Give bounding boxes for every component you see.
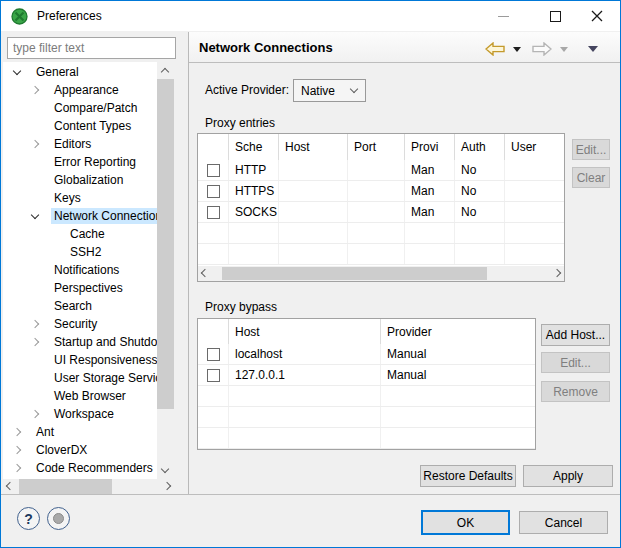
- tree-item-perspectives[interactable]: Perspectives: [3, 279, 157, 297]
- tree-item-ant[interactable]: Ant: [3, 423, 157, 441]
- proxy-bypass-remove-button[interactable]: Remove: [541, 381, 610, 402]
- cancel-button[interactable]: Cancel: [519, 511, 608, 534]
- tree-horizontal-scrollbar[interactable]: [3, 479, 174, 494]
- tree-vertical-scrollbar[interactable]: [157, 62, 174, 479]
- table-row[interactable]: HTTP Man No: [198, 160, 564, 181]
- proxy-entries-edit-button[interactable]: Edit...: [572, 139, 610, 160]
- table-row[interactable]: SOCKS Man No: [198, 202, 564, 223]
- menu-icon: [588, 46, 598, 52]
- scroll-right-icon[interactable]: [163, 482, 171, 490]
- maximize-icon: [550, 11, 561, 22]
- tree-item-appearance[interactable]: Appearance: [3, 81, 157, 99]
- active-provider-label: Active Provider:: [205, 83, 289, 97]
- restore-defaults-button[interactable]: Restore Defaults: [420, 465, 516, 487]
- proxy-entries-clear-button[interactable]: Clear: [572, 167, 610, 188]
- row-checkbox[interactable]: [207, 206, 220, 219]
- tree-item-cloverdx[interactable]: CloverDX: [3, 441, 157, 459]
- column-header-port[interactable]: Port: [348, 134, 405, 160]
- chevron-right-icon[interactable]: [31, 140, 39, 148]
- chevron-right-icon[interactable]: [31, 86, 39, 94]
- tree-item-general[interactable]: General: [3, 63, 157, 81]
- scrollbar-thumb[interactable]: [19, 479, 112, 494]
- table-row[interactable]: HTTPS Man No: [198, 181, 564, 202]
- tree-item-ssh2[interactable]: SSH2: [3, 243, 157, 261]
- chevron-right-icon[interactable]: [31, 410, 39, 418]
- tree-item-keys[interactable]: Keys: [3, 189, 157, 207]
- close-button[interactable]: [577, 1, 617, 31]
- back-menu-button[interactable]: [513, 47, 521, 52]
- tree-item-startup-shutdown[interactable]: Startup and Shutdown: [3, 333, 157, 351]
- tree-item-content-types[interactable]: Content Types: [3, 117, 157, 135]
- scroll-left-icon[interactable]: [201, 269, 209, 277]
- help-button[interactable]: ?: [17, 507, 40, 530]
- column-header-auth[interactable]: Auth: [455, 134, 505, 160]
- scroll-up-icon[interactable]: [161, 68, 169, 76]
- minimize-icon: [498, 16, 509, 17]
- tree-item-security[interactable]: Security: [3, 315, 157, 333]
- chevron-down-icon[interactable]: [31, 210, 39, 218]
- scroll-right-icon[interactable]: [553, 269, 561, 277]
- table-row[interactable]: localhost Manual: [198, 344, 535, 365]
- panel-divider[interactable]: [188, 32, 189, 494]
- scroll-down-icon[interactable]: [161, 465, 169, 473]
- header-checkbox-column: [198, 134, 229, 160]
- proxy-entries-header: Sche Host Port Provi Auth User: [198, 134, 564, 160]
- scrollbar-thumb[interactable]: [157, 79, 174, 409]
- proxy-bypass-table: Host Provider localhost Manual 127.0.0.1…: [197, 318, 536, 450]
- empty-row: [198, 428, 535, 449]
- chevron-right-icon[interactable]: [31, 320, 39, 328]
- minimize-button[interactable]: [483, 1, 523, 31]
- row-checkbox[interactable]: [207, 164, 220, 177]
- ok-button[interactable]: OK: [421, 510, 510, 535]
- back-button[interactable]: [485, 42, 505, 56]
- row-checkbox[interactable]: [207, 185, 220, 198]
- tree-item-editors[interactable]: Editors: [3, 135, 157, 153]
- help-icon: ?: [24, 511, 33, 527]
- proxy-entries-label: Proxy entries: [205, 116, 275, 130]
- tree-item-workspace[interactable]: Workspace: [3, 405, 157, 423]
- chevron-down-icon[interactable]: [13, 66, 21, 74]
- tree-item-code-recommenders[interactable]: Code Recommenders: [3, 459, 157, 477]
- forward-button[interactable]: [532, 42, 552, 56]
- column-header-schema[interactable]: Sche: [229, 134, 279, 160]
- scrollbar-thumb[interactable]: [222, 267, 487, 280]
- tree-item-search[interactable]: Search: [3, 297, 157, 315]
- filter-input[interactable]: [7, 37, 176, 59]
- forward-menu-button[interactable]: [560, 47, 568, 52]
- tree-item-web-browser[interactable]: Web Browser: [3, 387, 157, 405]
- dropdown-icon: [560, 47, 568, 52]
- column-header-user[interactable]: User: [505, 134, 564, 160]
- apply-button[interactable]: Apply: [523, 465, 613, 487]
- proxy-entries-table: Sche Host Port Provi Auth User HTTP Man …: [197, 133, 565, 282]
- table-row[interactable]: 127.0.0.1 Manual: [198, 365, 535, 386]
- back-arrow-icon: [485, 42, 505, 56]
- row-checkbox[interactable]: [207, 348, 220, 361]
- chevron-right-icon[interactable]: [13, 446, 21, 454]
- chevron-right-icon[interactable]: [13, 428, 21, 436]
- add-host-button[interactable]: Add Host...: [541, 324, 610, 346]
- column-header-provider[interactable]: Provi: [405, 134, 455, 160]
- chevron-right-icon[interactable]: [31, 338, 39, 346]
- view-menu-button[interactable]: [588, 46, 598, 52]
- tree-item-user-storage[interactable]: User Storage Service: [3, 369, 157, 387]
- tree-item-globalization[interactable]: Globalization: [3, 171, 157, 189]
- maximize-button[interactable]: [535, 1, 575, 31]
- tree-item-compare-patch[interactable]: Compare/Patch: [3, 99, 157, 117]
- column-header-host[interactable]: Host: [279, 134, 348, 160]
- tree-item-error-reporting[interactable]: Error Reporting: [3, 153, 157, 171]
- tree-item-cache[interactable]: Cache: [3, 225, 157, 243]
- page-title: Network Connections: [199, 40, 333, 55]
- scroll-left-icon[interactable]: [6, 482, 14, 490]
- chevron-right-icon[interactable]: [13, 464, 21, 472]
- active-provider-select[interactable]: Native: [293, 79, 366, 102]
- row-checkbox[interactable]: [207, 369, 220, 382]
- preference-recorder-button[interactable]: [47, 507, 70, 530]
- proxy-bypass-edit-button[interactable]: Edit...: [541, 352, 610, 373]
- column-header-host[interactable]: Host: [229, 319, 381, 344]
- tree-item-ui-responsiveness[interactable]: UI Responsiveness Monitoring: [3, 351, 157, 369]
- column-header-provider[interactable]: Provider: [381, 319, 535, 344]
- table-horizontal-scrollbar[interactable]: [198, 266, 564, 281]
- tree-item-network-connections[interactable]: Network Connections: [3, 207, 157, 225]
- tree-item-notifications[interactable]: Notifications: [3, 261, 157, 279]
- forward-arrow-icon: [532, 42, 552, 56]
